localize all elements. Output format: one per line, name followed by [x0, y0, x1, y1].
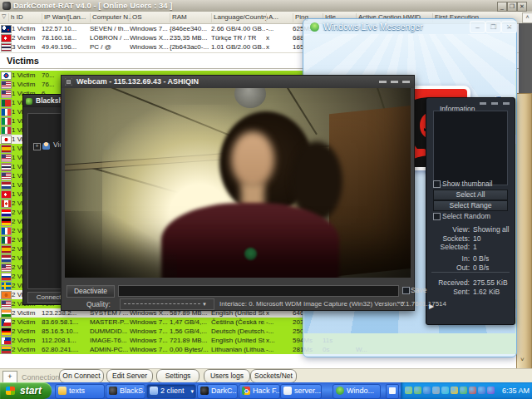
cell-id: 1 Victim [12, 25, 41, 32]
volume-tray-icon[interactable] [487, 387, 495, 394]
quality-slider[interactable]: ▼ [120, 298, 214, 310]
slider-thumb[interactable]: ▼ [202, 302, 207, 307]
country-flag-icon [2, 237, 11, 244]
country-flag-icon [2, 81, 11, 88]
column-header[interactable]: RAM [170, 13, 213, 22]
task-label: Hack F... [253, 387, 280, 395]
minimize-button[interactable]: – [470, 21, 485, 33]
column-header[interactable]: OS [130, 13, 171, 22]
cell-lang: Türkçe TR / TR [211, 34, 265, 42]
webcam-icon [65, 78, 72, 86]
window-control[interactable] [391, 81, 398, 83]
toolbar-button-edit-server[interactable]: Edit Server [106, 369, 153, 383]
deactivate-button[interactable]: Deactivate [66, 285, 115, 298]
country-flag-icon [2, 173, 11, 180]
language-bar-button[interactable] [386, 384, 399, 399]
column-header[interactable]: Computer N... [90, 13, 131, 22]
country-flag-icon [2, 26, 11, 32]
cell-a: x [266, 34, 291, 42]
dropdown-chevron-icon[interactable]: ⌄⌄ [396, 297, 405, 305]
toolbar-button-sockets-net[interactable]: Sockets/Net [250, 369, 297, 383]
task-label: 2 client [160, 387, 185, 395]
cell-a: x... [266, 337, 291, 344]
player-tray-icon[interactable] [441, 387, 449, 394]
cell-id: 1 Victim [12, 81, 41, 88]
stat-label: Sockets: [426, 234, 470, 243]
show-thumbnail-checkbox[interactable] [433, 180, 441, 188]
cell-a: -... [266, 346, 291, 353]
folder-icon [58, 387, 66, 395]
network-tray-icon[interactable] [432, 387, 440, 394]
country-flag-icon [2, 228, 11, 234]
messenger-green2-tray-icon[interactable] [414, 387, 421, 394]
save-checkbox[interactable] [402, 287, 410, 294]
messenger-green-tray-icon[interactable] [405, 387, 412, 394]
shield-tray-icon[interactable] [451, 387, 458, 394]
webcam-window-title: Webcam - 115.132.69.43 - ASHIQIN [76, 77, 199, 86]
chevron-down-icon[interactable]: ▾ [190, 385, 194, 397]
maximize-button[interactable]: ❐ [485, 21, 501, 33]
country-flag-icon [2, 44, 11, 51]
window-control[interactable] [379, 81, 387, 83]
panel-button[interactable] [480, 102, 486, 105]
cell-lang: 1.01 GB/2.00 GB... [211, 43, 265, 51]
taskbar-task[interactable]: 2 client▾ [146, 384, 196, 399]
panel-button[interactable] [503, 102, 510, 105]
toolbar-button-users-logs[interactable]: Users logs [204, 369, 250, 383]
taskbar-task[interactable]: server... [280, 384, 322, 399]
taskbar-task[interactable]: texts [55, 384, 105, 399]
cell-a: -... [266, 25, 291, 32]
sort-icon[interactable]: ▽ [2, 13, 6, 20]
connections-tab-label[interactable]: Connections [22, 373, 63, 382]
scrollbar-down-arrow[interactable]: ˅ [520, 356, 525, 363]
maximize-button[interactable]: ❐ [507, 2, 517, 12]
cell-id: 2 Victim [12, 309, 41, 317]
cell-ip: 78.160.18... [42, 34, 89, 42]
select-range-button[interactable]: Select Range [433, 200, 508, 211]
window-control[interactable] [402, 81, 410, 83]
country-flag-icon [2, 91, 11, 97]
webcam-window: Webcam - 115.132.69.43 - ASHIQIN Deactiv… [61, 75, 415, 311]
stat-label: View: [426, 225, 470, 234]
windows-flag-icon [6, 387, 15, 395]
divider [431, 272, 510, 273]
column-header[interactable]: IP Wan/[Lan... [42, 13, 91, 22]
column-header[interactable]: A... [266, 13, 294, 22]
tree-expand-icon[interactable]: + [33, 143, 41, 150]
security-tray-icon[interactable] [469, 387, 476, 394]
keyboard-icon [389, 387, 396, 394]
scrollbar-up-arrow[interactable]: ˄ [522, 12, 532, 23]
toolbar-button-on-connect[interactable]: On Connect [59, 369, 104, 383]
display-tray-icon[interactable] [423, 387, 431, 394]
users-tray-icon[interactable] [460, 387, 467, 394]
taskbar-task[interactable]: Hack F... [239, 384, 280, 399]
panel-button[interactable] [491, 102, 498, 105]
usb-tray-icon[interactable] [478, 387, 485, 394]
select-all-button[interactable]: Select All [433, 190, 508, 200]
column-header[interactable]: Language/Country [211, 13, 268, 22]
messenger-icon [336, 387, 344, 395]
close-button[interactable]: ✕ [517, 2, 527, 12]
cell-comp: MASTER-P... [90, 318, 129, 326]
cell-os: Windows X... [130, 34, 169, 42]
country-flag-icon [2, 127, 11, 134]
add-button[interactable]: + [2, 371, 17, 383]
cell-lang: Deutsch (Deutsch... [211, 328, 265, 335]
toolbar-button-settings[interactable]: Settings [156, 369, 200, 383]
select-random-checkbox[interactable] [433, 213, 441, 220]
minimize-button[interactable]: _ [497, 2, 507, 12]
start-button[interactable]: start [0, 382, 52, 399]
column-header[interactable]: h ID [8, 13, 43, 22]
cell-id: 2 Victim [12, 337, 41, 344]
show-thumbnail-label: Show thumbnail [442, 180, 492, 188]
country-flag-icon [2, 246, 11, 253]
stat-label: Selected: [426, 243, 470, 251]
taskbar-task[interactable]: DarkC... [197, 384, 238, 399]
taskbar-task[interactable]: Windo... [332, 384, 381, 399]
country-flag-icon [2, 200, 11, 207]
cell-comp: SEVEN / th... [90, 25, 129, 32]
taskbar-task[interactable]: BlackS... [106, 384, 145, 399]
close-button[interactable]: ✕ [501, 21, 517, 33]
chrome-icon [242, 387, 250, 395]
blackshades-app-icon [26, 98, 32, 105]
